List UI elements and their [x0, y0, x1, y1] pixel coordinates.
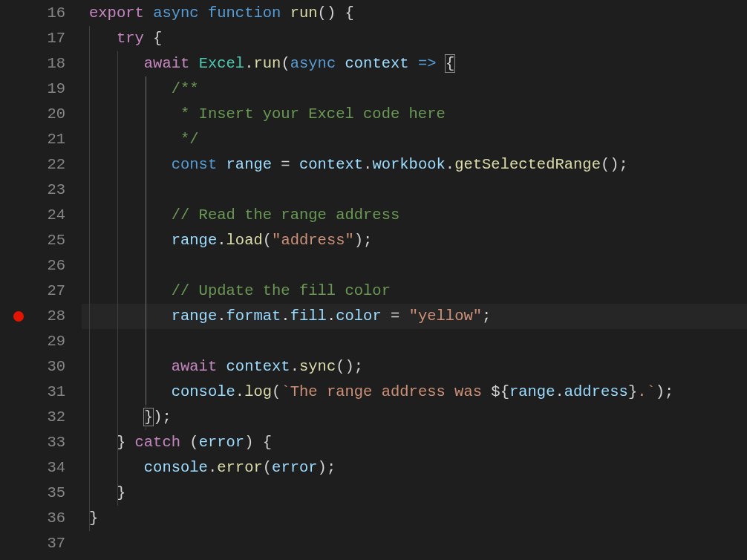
code-area[interactable]: export async function run() { try { awai… [82, 1, 747, 560]
line-number: 36 [47, 506, 65, 531]
code-token: * Insert your Excel code here [172, 105, 446, 123]
code-token: range [226, 156, 273, 173]
code-token [89, 408, 144, 426]
code-token: fill [290, 307, 327, 325]
code-line[interactable] [82, 531, 747, 556]
code-line[interactable]: console.log(`The range address was ${ran… [82, 380, 747, 405]
code-line[interactable]: } [82, 481, 747, 506]
gutter-row[interactable]: 23 [0, 178, 82, 203]
indent-guide [89, 76, 90, 102]
code-token: ( [263, 459, 272, 476]
gutter-row[interactable]: 18 [0, 51, 82, 76]
code-line[interactable] [82, 178, 747, 203]
code-token [89, 105, 172, 123]
gutter-row[interactable]: 30 [0, 354, 82, 380]
code-token: ); [354, 232, 373, 249]
code-line[interactable]: try { [82, 26, 747, 51]
indent-guide [146, 405, 146, 430]
code-token [89, 206, 172, 224]
code-token: ) { [244, 434, 272, 451]
code-token: range [172, 232, 218, 249]
code-line[interactable]: range.format.fill.color = "yellow"; [82, 304, 747, 329]
code-line[interactable]: }); [82, 405, 747, 430]
code-line[interactable]: console.error(error); [82, 455, 747, 481]
indent-guide [117, 76, 118, 102]
gutter-row[interactable]: 28 [0, 304, 82, 329]
code-line[interactable]: range.load("address"); [82, 228, 747, 253]
code-token: } [89, 434, 135, 451]
indent-guide [89, 380, 90, 405]
gutter-row[interactable]: 20 [0, 102, 82, 127]
gutter-row[interactable]: 36 [0, 506, 82, 531]
code-token: . [327, 307, 336, 325]
indent-guide [117, 253, 118, 279]
line-number: 21 [47, 127, 65, 152]
code-line[interactable]: */ [82, 127, 747, 152]
code-line[interactable]: * Insert your Excel code here [82, 102, 747, 127]
code-line[interactable] [82, 253, 747, 279]
code-token: ( [263, 232, 272, 249]
code-token [199, 4, 208, 22]
code-token: load [226, 232, 263, 249]
line-number: 32 [47, 405, 65, 430]
gutter-row[interactable]: 27 [0, 279, 82, 304]
line-number: 34 [47, 455, 65, 481]
code-token [89, 307, 172, 325]
code-line[interactable]: } catch (error) { [82, 430, 747, 455]
indent-guide [146, 127, 146, 152]
code-token: "yellow" [409, 307, 482, 325]
indent-guide [89, 506, 90, 531]
code-line[interactable]: } [82, 506, 747, 531]
code-line[interactable]: await Excel.run(async context => { [82, 51, 747, 76]
code-line[interactable]: /** [82, 76, 747, 102]
indent-guide [146, 329, 146, 354]
code-token: "address" [272, 232, 354, 249]
gutter-row[interactable]: 16 [0, 1, 82, 26]
gutter-row[interactable]: 25 [0, 228, 82, 253]
code-editor[interactable]: 1617181920212223242526272829303132333435… [0, 0, 747, 560]
gutter-row[interactable]: 32 [0, 405, 82, 430]
gutter-row[interactable]: 33 [0, 430, 82, 455]
breakpoint-icon[interactable] [13, 311, 24, 322]
gutter-row[interactable]: 37 [0, 531, 82, 556]
line-number: 24 [47, 203, 65, 228]
code-token: error [199, 434, 245, 451]
code-token: () { [318, 4, 354, 22]
code-token: run [253, 55, 281, 72]
indent-guide [117, 430, 118, 455]
gutter-row[interactable]: 34 [0, 455, 82, 481]
gutter-row[interactable]: 21 [0, 127, 82, 152]
line-number: 31 [47, 380, 65, 405]
code-line[interactable]: await context.sync(); [82, 354, 747, 380]
gutter-row[interactable]: 31 [0, 380, 82, 405]
code-token: (); [601, 156, 628, 173]
code-token: ); [153, 408, 172, 426]
gutter-row[interactable]: 29 [0, 329, 82, 354]
indent-guide [146, 354, 146, 380]
code-token: } [143, 408, 154, 426]
gutter-row[interactable]: 35 [0, 481, 82, 506]
gutter-row[interactable]: 26 [0, 253, 82, 279]
indent-guide [89, 178, 90, 203]
code-token: range [509, 383, 555, 400]
gutter-row[interactable]: 22 [0, 152, 82, 178]
gutter[interactable]: 1617181920212223242526272829303132333435… [0, 1, 82, 560]
gutter-row[interactable]: 19 [0, 76, 82, 102]
code-line[interactable]: const range = context.workbook.getSelect… [82, 152, 747, 178]
code-token [89, 55, 144, 72]
code-line[interactable]: // Update the fill color [82, 279, 747, 304]
indent-guide [117, 405, 118, 430]
code-token: address [564, 383, 628, 400]
gutter-row[interactable]: 24 [0, 203, 82, 228]
code-token: } [89, 509, 98, 527]
indent-guide [89, 455, 90, 481]
code-line[interactable]: // Read the range address [82, 203, 747, 228]
code-token: { [144, 30, 163, 47]
indent-guide [89, 481, 90, 506]
code-token: } [628, 383, 637, 400]
code-line[interactable] [82, 329, 747, 354]
code-token: console [144, 459, 208, 476]
code-token: async [153, 4, 199, 22]
gutter-row[interactable]: 17 [0, 26, 82, 51]
code-line[interactable]: export async function run() { [82, 1, 747, 26]
